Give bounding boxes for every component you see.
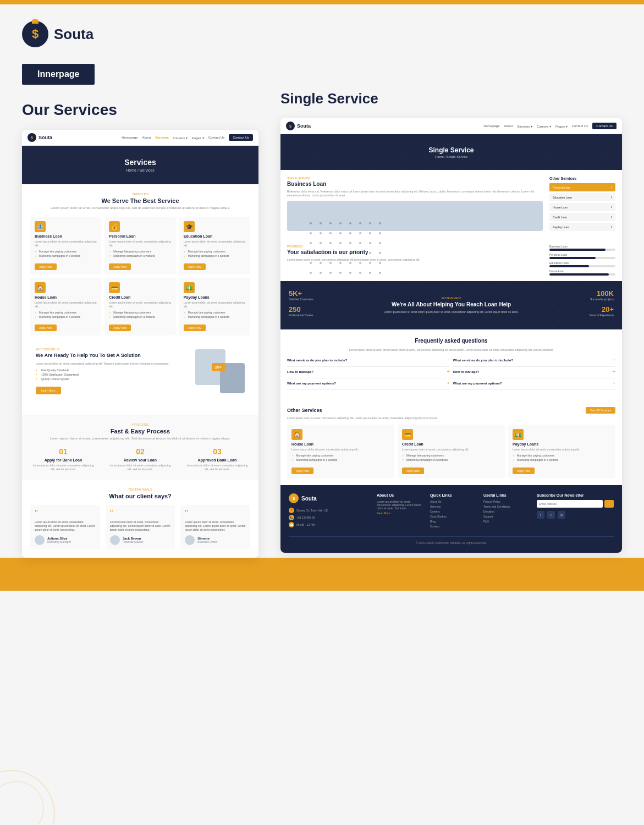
faq-q-6[interactable]: What are my payment options? + [453,381,616,386]
testimonial-text-1: Lorem ipsum dolor sit amet, consectetur … [35,520,96,532]
other-services-header: Other Services View All Services [287,407,615,414]
twitter-icon[interactable]: t [547,511,555,519]
credit-loan-apply-btn[interactable]: Apply Now [109,324,131,331]
faq-item-6: What are my payment options? + [453,381,616,390]
personal-loan-apply-btn[interactable]: Apply Now [109,263,131,270]
nav-pages[interactable]: Pages ▾ [192,136,204,140]
hero-breadcrumb: Home / Services [126,168,154,172]
faq-q-3[interactable]: What are my payment options? + [287,381,450,386]
footer-read-more[interactable]: Read More [377,512,422,515]
footer-ql-blog[interactable]: Blog [430,520,475,523]
footer-copyright: © 2023 Loanfin Commerce Template. All Ri… [416,541,487,544]
bottom-house-features: Manage late paying customers Marketing c… [291,454,390,461]
ss-nav-about[interactable]: About [504,124,513,128]
other-service-education[interactable]: Education Loan › [549,193,615,201]
footer-about-col: About Us Lorem ipsum dolor sit amet, con… [377,493,422,530]
footer-newsletter: Subscribe Our Newsletter → f t in [537,493,614,530]
stat-projects-label: Successful projects [559,298,614,301]
footer-ql-about[interactable]: About Us [430,500,475,503]
progress-personal: Personal Loan [549,253,615,259]
nav-homepage[interactable]: Homepage [122,136,137,140]
arrow-credit: › [611,215,612,219]
footer-about-title: About Us [377,493,422,497]
step-3-number: 03 [184,447,250,456]
services-content: SERVICES We Serve The Best Service Lorem… [22,184,258,415]
footer-ul-donation[interactable]: Donation [483,510,529,513]
ss-nav-careers[interactable]: Careers ▾ [537,124,551,128]
faq-q-1[interactable]: What services do you plan to include? − [287,358,450,362]
ss-mini-contact-btn[interactable]: Contact Us [592,123,617,129]
footer-ul-privacy[interactable]: Privacy Policy [483,500,529,503]
linkedin-icon[interactable]: in [558,511,565,519]
stat-experience: 20+ Years of Experience [559,305,614,317]
bottom-credit-apply-btn[interactable]: Apply Now [402,468,424,474]
house-loan-apply-btn[interactable]: Apply Now [35,324,57,331]
stat-projects: 100K Successful projects [559,289,614,301]
other-service-personal[interactable]: Personal Loan › [549,183,615,191]
footer-ul-terms[interactable]: Terms and Conditions [483,505,529,508]
service-card-personal: 💰 Personal Loan Lorem ipsum dolor sit am… [104,217,175,274]
footer-ql-cases[interactable]: Case Studies [430,515,475,518]
deco-circles [0,715,110,825]
education-loan-apply-btn[interactable]: Apply Now [184,263,206,270]
ss-nav-pages[interactable]: Pages ▾ [555,124,568,128]
ss-footer: $ Souta 📍 Stoney Cit, Town Hall, UK 📞 [280,485,622,553]
progress-personal-bg [549,257,615,259]
footer-phone-text: +53 123456 00 [296,516,315,519]
view-all-button[interactable]: View All Services [586,407,615,414]
newsletter-email-input[interactable] [537,500,603,508]
nav-contact[interactable]: Contact Us [208,136,225,140]
ss-nav-contact[interactable]: Contact Us [572,124,588,128]
bottom-service-credit: 💳 Credit Loan Lorem ipsum dolor sit amet… [398,425,505,479]
nav-services[interactable]: Services [155,136,169,140]
clock-icon: 🕐 [289,522,294,527]
faq-q-2[interactable]: How to manage? + [287,369,450,374]
faq-item-4: What services do you plan to include? + [453,358,616,367]
footer-top: $ Souta 📍 Stoney Cit, Town Hall, UK 📞 [289,493,614,530]
process-section: PROCESS Fast & Easy Process Lorem ipsum … [22,415,258,480]
process-steps: 01 Apply for Bank Loan Lorem ipsum dolor… [30,447,250,471]
ss-sub-label: SINGLE SERVICE [287,177,543,180]
deco-circle-2 [0,781,44,825]
ss-nav-homepage[interactable]: Homepage [483,124,499,128]
ss-business-loan-title: Business Loan [287,181,543,187]
footer-quick-links-col: Quick Links About Us Services Careers Ca… [430,493,475,530]
nav-about[interactable]: About [142,136,151,140]
facebook-icon[interactable]: f [537,511,544,519]
payday-loan-features: Manage late paying customers Marketing c… [184,311,246,318]
footer-ql-careers[interactable]: Careers [430,510,475,513]
footer-ul-support[interactable]: Support [483,515,529,518]
other-service-payday[interactable]: Payday Loan › [549,223,615,231]
bottom-house-apply-btn[interactable]: Apply Now [291,468,313,474]
newsletter-submit-btn[interactable]: → [604,500,614,508]
ready-label: WHY CHOOSE US [36,348,190,351]
business-loan-apply-btn[interactable]: Apply Now [35,263,57,270]
process-step-1: 01 Apply for Bank Loan Lorem ipsum dolor… [30,447,96,471]
ss-nav-services[interactable]: Services ▾ [517,124,532,128]
mini-contact-btn[interactable]: Contact Us [229,134,253,141]
faq-intro: Lorem ipsum dolor sit amet lorem ipsum d… [287,348,615,352]
nav-careers[interactable]: Careers ▾ [173,136,188,140]
other-service-credit[interactable]: Credit Loan › [549,213,615,221]
hero-title: Services [124,158,156,167]
faq-q-5[interactable]: How to manage? + [453,369,616,374]
learn-more-btn[interactable]: Learn More [36,387,61,394]
bottom-service-house: 🏠 House Loan Lorem ipsum dolor sit amet,… [287,425,394,479]
faq-col-2: What services do you plan to include? + … [453,358,616,392]
footer-ql-contact[interactable]: Contact [430,525,475,528]
satisfaction-right: Business Loan Personal Loan [549,245,615,276]
stat-bankers: 250 Professional Banker [289,305,344,317]
ss-hero-breadcrumb: Home / Single Service [435,155,467,158]
bottom-payday-apply-btn[interactable]: Apply Now [513,468,535,474]
other-service-house[interactable]: House Loan › [549,203,615,211]
ss-mini-logo-text: Souta [297,123,311,129]
payday-loan-apply-btn[interactable]: Apply Now [184,324,206,331]
footer-ql-services[interactable]: Services [430,505,475,508]
progress-business: Business Loan [549,245,615,251]
footer-ul-faq[interactable]: FAQ [483,520,529,523]
education-loan-title: Education Loan [184,234,246,238]
footer-address: 📍 Stoney Cit, Town Hall, UK [289,508,366,513]
business-loan-desc: Lorem ipsum dolor sit amet, consectetur … [35,240,97,248]
faq-q-4[interactable]: What services do you plan to include? + [453,358,616,362]
achievement-stats-left: 5K+ Satisfied Customers 250 Professional… [289,289,344,321]
